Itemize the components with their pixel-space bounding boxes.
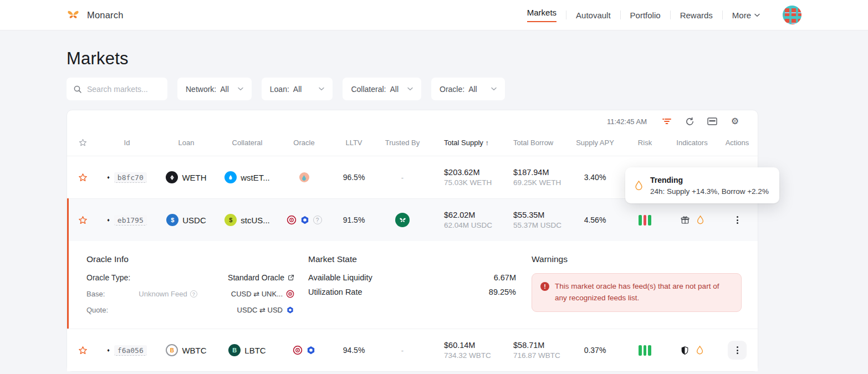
filters-bar: Network:All Loan:All Collateral:All Orac…	[67, 78, 801, 100]
chevron-down-icon	[491, 87, 497, 91]
supply-apy-value: 0.37%	[569, 346, 621, 355]
collateral-filter-dropdown[interactable]: Collateral:All	[343, 78, 421, 100]
header-id[interactable]: Id	[98, 139, 156, 147]
header-trusted-by[interactable]: Trusted By	[377, 139, 427, 147]
market-id[interactable]: eb1795	[114, 215, 147, 226]
settings-gear-icon[interactable]: ⚙	[730, 116, 740, 126]
market-row-f6a056[interactable]: ♦ f6a056 B WBTC B LBTC	[67, 329, 758, 371]
total-borrow-cell: $55.35M 55.37M USDC	[499, 211, 569, 229]
trending-flame-icon[interactable]	[696, 215, 704, 225]
quote-pair: USDC ⇄ USD	[237, 306, 294, 314]
monarch-trusted-badge-icon[interactable]	[395, 213, 410, 227]
chainlink-oracle-icon[interactable]	[300, 215, 310, 225]
nav-item-markets[interactable]: Markets	[518, 4, 566, 25]
nav-item-more[interactable]: More	[723, 7, 769, 23]
header-actions: Actions	[716, 139, 759, 147]
panel-view-icon[interactable]	[707, 116, 717, 126]
oracle-type-label: Oracle Type:	[86, 273, 130, 282]
search-input[interactable]	[87, 85, 159, 94]
table-header-row: Id Loan Collateral Oracle LLTV Trusted B…	[67, 129, 758, 156]
expanded-market-section: ♦ eb1795 $ USDC $ stcUS...	[67, 198, 758, 329]
filter-icon[interactable]	[662, 116, 672, 126]
row-actions-menu-icon[interactable]	[716, 216, 759, 224]
lltv-value: 91.5%	[330, 216, 377, 224]
supply-apy-value: 4.56%	[569, 216, 621, 224]
row-actions-menu-button[interactable]	[728, 341, 747, 360]
collateral-asset: wstET...	[217, 171, 278, 183]
redstone-oracle-icon[interactable]	[286, 290, 294, 298]
trusted-by-value: -	[377, 173, 427, 182]
nav-item-rewards[interactable]: Rewards	[671, 7, 722, 23]
wbtc-token-icon: B	[166, 344, 178, 356]
market-id[interactable]: f6a056	[114, 345, 147, 356]
chevron-down-icon	[754, 13, 760, 17]
market-state-block: Market State Available Liquidity 6.67M U…	[308, 254, 516, 314]
trusted-by-cell	[377, 213, 427, 227]
header-lltv[interactable]: LLTV	[330, 139, 377, 147]
lido-oracle-icon[interactable]	[299, 172, 309, 182]
chain-diamond-icon: ♦	[107, 175, 110, 180]
loan-asset: B WBTC	[156, 344, 217, 356]
chain-diamond-icon: ♦	[107, 347, 110, 353]
sort-ascending-arrow-icon: ↑	[485, 139, 489, 147]
search-markets-box	[67, 78, 167, 100]
user-avatar[interactable]	[783, 6, 801, 24]
collateral-asset: $ stcUS...	[217, 214, 278, 226]
oracle-filter-dropdown[interactable]: Oracle:All	[431, 78, 505, 100]
markets-table-card: 11:42:45 AM	[67, 110, 758, 372]
market-id[interactable]: b8fc70	[114, 172, 147, 183]
collateral-asset: B LBTC	[217, 344, 278, 356]
protected-shield-icon[interactable]	[680, 345, 690, 356]
indicators-cell	[668, 345, 716, 356]
base-feed-status[interactable]: Unknown Feed ?	[139, 290, 197, 298]
chevron-down-icon	[407, 87, 413, 91]
page: Monarch Markets Autovault Portfolio Rewa…	[0, 0, 868, 374]
network-filter-dropdown[interactable]: Network:All	[177, 78, 252, 100]
chain-diamond-icon: ♦	[107, 217, 110, 223]
warning-message: This market oracle has feed(s) that are …	[555, 281, 733, 304]
header-loan[interactable]: Loan	[156, 139, 217, 147]
header-oracle[interactable]: Oracle	[278, 139, 330, 147]
external-link-icon	[288, 274, 294, 281]
chainlink-oracle-icon[interactable]	[286, 306, 294, 314]
warnings-title: Warnings	[532, 254, 742, 264]
total-borrow-cell: $58.71M 716.87 WBTC	[499, 341, 569, 360]
oracle-type-link[interactable]: Standard Oracle	[228, 273, 294, 282]
header-supply-apy[interactable]: Supply APY	[569, 139, 621, 147]
favorite-star-icon[interactable]	[67, 215, 98, 226]
usdc-token-icon: $	[166, 214, 178, 226]
market-row-eb1795[interactable]: ♦ eb1795 $ USDC $ stcUS...	[67, 198, 758, 241]
total-borrow-cell: $187.94M 69.25K WETH	[499, 168, 569, 187]
trusted-by-value: -	[377, 346, 427, 355]
risk-bars[interactable]	[621, 345, 668, 356]
chainlink-oracle-icon[interactable]	[306, 345, 316, 355]
redstone-oracle-icon[interactable]	[293, 345, 303, 355]
available-liquidity-label: Available Liquidity	[308, 273, 372, 282]
favorite-column-star-icon[interactable]	[67, 138, 98, 147]
top-nav: Monarch Markets Autovault Portfolio Rewa…	[0, 0, 868, 30]
favorite-star-icon[interactable]	[67, 172, 98, 183]
nav-item-autovault[interactable]: Autovault	[566, 7, 620, 23]
nav-item-portfolio[interactable]: Portfolio	[621, 7, 670, 23]
brand[interactable]: Monarch	[67, 8, 124, 22]
loan-asset: $ USDC	[156, 214, 217, 226]
stcusd-token-icon: $	[224, 214, 237, 226]
brand-name: Monarch	[87, 10, 124, 21]
risk-bars[interactable]	[621, 215, 668, 226]
last-updated-time: 11:42:45 AM	[607, 117, 647, 126]
header-total-borrow[interactable]: Total Borrow	[499, 139, 569, 147]
redstone-oracle-icon[interactable]	[287, 215, 297, 225]
rewards-gift-icon[interactable]	[680, 215, 690, 225]
header-collateral[interactable]: Collateral	[217, 139, 278, 147]
page-title: Markets	[67, 49, 801, 69]
loan-filter-dropdown[interactable]: Loan:All	[262, 78, 333, 100]
loan-asset: WETH	[156, 171, 217, 183]
trending-flame-icon[interactable]	[696, 345, 704, 355]
refresh-icon[interactable]	[685, 116, 695, 126]
market-state-title: Market State	[308, 254, 516, 264]
total-supply-cell: $203.62M 75.03K WETH	[427, 168, 499, 187]
unknown-oracle-icon[interactable]: ?	[313, 216, 322, 224]
header-total-supply-sorted[interactable]: Total Supply ↑	[427, 139, 499, 147]
favorite-star-icon[interactable]	[67, 345, 98, 356]
indicators-cell	[668, 215, 716, 225]
